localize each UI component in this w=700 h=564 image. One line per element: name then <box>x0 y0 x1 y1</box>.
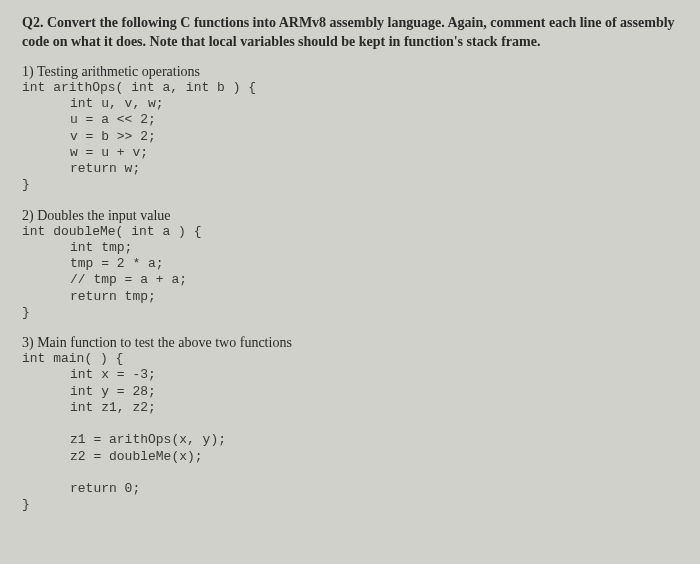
section-2: 2) Doubles the input value int doubleMe(… <box>22 208 678 322</box>
section-1: 1) Testing arithmetic operations int ari… <box>22 64 678 194</box>
section-title: 2) Doubles the input value <box>22 208 678 224</box>
section-title: 1) Testing arithmetic operations <box>22 64 678 80</box>
section-3: 3) Main function to test the above two f… <box>22 335 678 514</box>
document-page: Q2. Convert the following C functions in… <box>0 0 700 542</box>
code-body: int tmp; tmp = 2 * a; // tmp = a + a; re… <box>22 240 678 305</box>
code-signature: int arithOps( int a, int b ) { <box>22 80 678 96</box>
code-signature: int doubleMe( int a ) { <box>22 224 678 240</box>
code-body: int u, v, w; u = a << 2; v = b >> 2; w =… <box>22 96 678 177</box>
section-title: 3) Main function to test the above two f… <box>22 335 678 351</box>
code-signature: int main( ) { <box>22 351 678 367</box>
code-close: } <box>22 305 678 321</box>
question-header: Q2. Convert the following C functions in… <box>22 14 678 52</box>
code-close: } <box>22 497 678 513</box>
code-body: int x = -3; int y = 28; int z1, z2; z1 =… <box>22 367 678 497</box>
code-close: } <box>22 177 678 193</box>
